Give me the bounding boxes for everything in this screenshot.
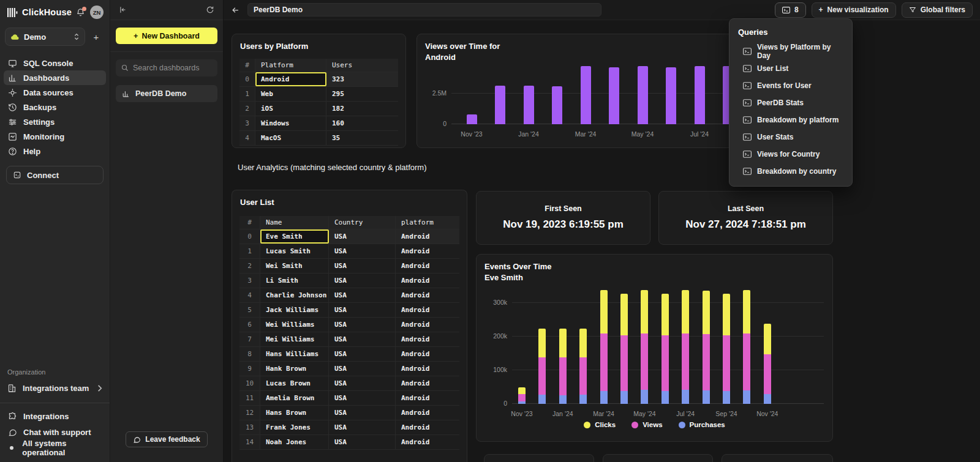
query-item[interactable]: Views for Country: [729, 146, 852, 163]
bar-segment-purchases[interactable]: [641, 390, 648, 404]
bar[interactable]: [467, 114, 477, 124]
back-arrow-icon[interactable]: [231, 6, 240, 15]
bar-segment-clicks[interactable]: [600, 290, 608, 333]
table-cell[interactable]: USA: [329, 376, 396, 390]
organization-team-selector[interactable]: Integrations team: [4, 379, 106, 397]
legend-item-clicks[interactable]: Clicks: [584, 421, 616, 428]
table-cell[interactable]: Noah Jones: [260, 435, 329, 449]
refresh-icon[interactable]: [206, 6, 214, 14]
new-dashboard-button[interactable]: + New Dashboard: [116, 28, 217, 44]
bar-segment-clicks[interactable]: [579, 329, 587, 357]
sidebar-item-monitoring[interactable]: Monitoring: [4, 129, 106, 144]
table-cell[interactable]: USA: [329, 303, 396, 317]
bar-segment-purchases[interactable]: [518, 401, 526, 404]
legend-item-views[interactable]: Views: [631, 421, 662, 428]
bar-segment-clicks[interactable]: [743, 290, 750, 333]
bar[interactable]: [638, 66, 648, 124]
table-cell[interactable]: USA: [329, 288, 396, 302]
table-cell[interactable]: 295: [326, 87, 398, 101]
bar-segment-views[interactable]: [723, 335, 730, 391]
query-item[interactable]: Views by Platform by Day: [729, 43, 852, 60]
bar-segment-clicks[interactable]: [620, 294, 628, 335]
table-cell[interactable]: Android: [396, 244, 459, 258]
table-cell[interactable]: USA: [329, 391, 396, 405]
query-item[interactable]: Breakdown by country: [729, 163, 852, 180]
table-cell[interactable]: Hans Williams: [260, 347, 329, 361]
bar-segment-clicks[interactable]: [538, 329, 546, 357]
legend-item-purchases[interactable]: Purchases: [679, 421, 725, 428]
sidebar-item-integrations[interactable]: Integrations: [0, 408, 110, 424]
table-cell[interactable]: Android: [396, 362, 459, 376]
table-cell[interactable]: Android: [396, 288, 459, 302]
table-cell[interactable]: Android: [255, 72, 326, 86]
bar[interactable]: [666, 67, 676, 124]
table-cell[interactable]: 182: [326, 102, 398, 116]
table-cell[interactable]: Li Smith: [260, 274, 329, 288]
table-cell[interactable]: Android: [396, 318, 459, 332]
table-cell[interactable]: 323: [326, 72, 398, 86]
table-cell[interactable]: Android: [396, 376, 459, 390]
table-cell[interactable]: USA: [329, 347, 396, 361]
sidebar-item-backups[interactable]: Backups: [4, 100, 106, 114]
table-cell[interactable]: Charlie Johnson: [260, 288, 329, 302]
table-cell[interactable]: Frank Jones: [260, 420, 329, 434]
bar[interactable]: [552, 86, 562, 124]
bar-segment-views[interactable]: [764, 354, 771, 394]
table-cell[interactable]: Mei Williams: [260, 332, 329, 346]
table-cell[interactable]: USA: [329, 406, 396, 420]
table-cell[interactable]: Android: [396, 391, 459, 405]
bar[interactable]: [495, 86, 505, 124]
table-cell[interactable]: Android: [396, 332, 459, 346]
bar-segment-purchases[interactable]: [538, 395, 546, 404]
bar-segment-clicks[interactable]: [559, 329, 567, 357]
notifications-bell-icon[interactable]: [76, 8, 85, 17]
bar-segment-views[interactable]: [538, 357, 546, 395]
bar[interactable]: [581, 66, 591, 124]
table-cell[interactable]: 160: [326, 116, 398, 130]
table-cell[interactable]: Android: [396, 303, 459, 317]
bar-segment-views[interactable]: [743, 333, 750, 391]
table-cell[interactable]: USA: [329, 420, 396, 434]
collapse-panel-icon[interactable]: [119, 6, 127, 14]
bar-segment-purchases[interactable]: [764, 394, 771, 404]
query-item[interactable]: PeerDB Stats: [729, 94, 852, 111]
workspace-select[interactable]: Demo: [5, 28, 85, 46]
table-cell[interactable]: Android: [396, 420, 459, 434]
table-cell[interactable]: Hans Brown: [260, 406, 329, 420]
bar-segment-views[interactable]: [662, 335, 669, 391]
bar-segment-purchases[interactable]: [743, 390, 750, 404]
sidebar-item-settings[interactable]: Settings: [4, 114, 106, 129]
bar-segment-views[interactable]: [600, 333, 608, 391]
query-item[interactable]: User Stats: [729, 129, 852, 146]
query-item[interactable]: User List: [729, 60, 852, 77]
sidebar-item-help[interactable]: Help: [4, 144, 106, 158]
sidebar-item-sql-console[interactable]: SQL Console: [4, 56, 106, 70]
bar-segment-clicks[interactable]: [764, 324, 771, 354]
table-cell[interactable]: MacOS: [255, 131, 326, 145]
table-cell[interactable]: USA: [329, 229, 396, 244]
table-cell[interactable]: Lucas Smith: [260, 244, 329, 258]
add-workspace-button[interactable]: +: [90, 32, 102, 42]
table-cell[interactable]: Eve Smith: [260, 229, 329, 244]
table-cell[interactable]: Jack Williams: [260, 303, 329, 317]
bar-segment-clicks[interactable]: [641, 290, 648, 333]
queries-count-button[interactable]: 8: [775, 2, 806, 18]
table-cell[interactable]: USA: [329, 362, 396, 376]
bar-segment-views[interactable]: [641, 333, 648, 390]
bar-segment-views[interactable]: [703, 334, 710, 390]
sidebar-item-system-status[interactable]: All systems operational: [0, 440, 110, 456]
table-cell[interactable]: Android: [396, 347, 459, 361]
table-cell[interactable]: USA: [329, 259, 396, 273]
avatar[interactable]: ZN: [90, 6, 104, 19]
bar[interactable]: [695, 66, 705, 124]
bar-segment-clicks[interactable]: [662, 294, 669, 335]
bar-segment-purchases[interactable]: [662, 391, 669, 404]
new-visualization-button[interactable]: + New visualization: [812, 2, 896, 18]
bar-segment-purchases[interactable]: [559, 395, 567, 404]
search-input[interactable]: [133, 64, 212, 72]
table-cell[interactable]: Android: [396, 406, 459, 420]
sidebar-item-chat-support[interactable]: Chat with support: [0, 424, 110, 440]
bar-segment-clicks[interactable]: [518, 387, 526, 394]
bar-segment-views[interactable]: [518, 394, 526, 401]
table-cell[interactable]: Android: [396, 435, 459, 449]
